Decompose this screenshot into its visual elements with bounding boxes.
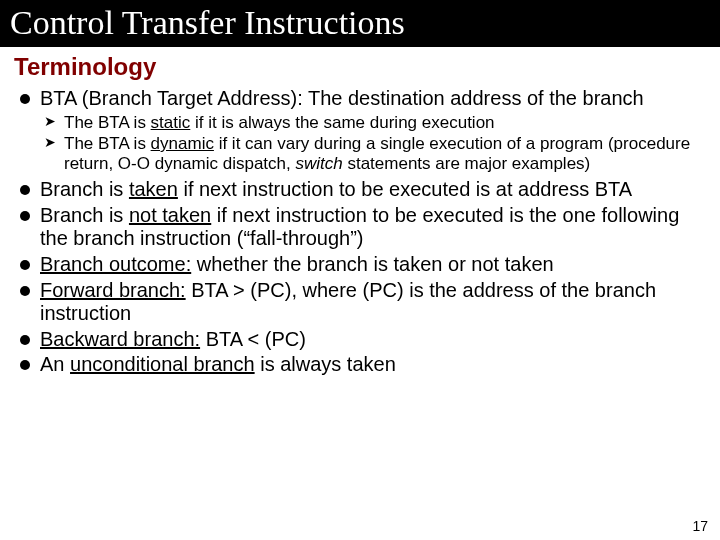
list-item: Branch outcome: whether the branch is ta… (40, 253, 706, 277)
text-segment: if next instruction to be executed is at… (178, 178, 632, 200)
text-segment: is always taken (255, 353, 396, 375)
text-segment: taken (129, 178, 178, 200)
text-segment: not taken (129, 204, 211, 226)
slide-title: Control Transfer Instructions (0, 0, 720, 47)
slide: Control Transfer Instructions Terminolog… (0, 0, 720, 540)
text-segment: The BTA is (64, 113, 151, 132)
text-segment: Branch is (40, 204, 129, 226)
sub-list-item: The BTA is dynamic if it can vary during… (64, 134, 706, 174)
text-segment: BTA < (PC) (200, 328, 306, 350)
list-item: Branch is not taken if next instruction … (40, 204, 706, 251)
list-item: Backward branch: BTA < (PC) (40, 328, 706, 352)
text-segment: The BTA is (64, 134, 151, 153)
bullet-list: BTA (Branch Target Address): The destina… (14, 87, 706, 376)
text-segment: statements are major examples) (343, 154, 591, 173)
text-segment: unconditional branch (70, 353, 255, 375)
list-item: Forward branch: BTA > (PC), where (PC) i… (40, 279, 706, 326)
text-segment: switch (295, 154, 342, 173)
slide-body: Terminology BTA (Branch Target Address):… (0, 47, 720, 376)
text-segment: An (40, 353, 70, 375)
text-segment: static (151, 113, 191, 132)
list-item: Branch is taken if next instruction to b… (40, 178, 706, 202)
text-segment: dynamic (151, 134, 214, 153)
section-heading: Terminology (14, 53, 706, 81)
text-segment: Forward branch: (40, 279, 186, 301)
sub-list-item: The BTA is static if it is always the sa… (64, 113, 706, 133)
text-segment: Branch is (40, 178, 129, 200)
text-segment: Backward branch: (40, 328, 200, 350)
list-item: BTA (Branch Target Address): The destina… (40, 87, 706, 174)
list-item: An unconditional branch is always taken (40, 353, 706, 377)
text-segment: Branch outcome: (40, 253, 191, 275)
text-segment: BTA (Branch Target Address): The destina… (40, 87, 644, 109)
sub-list: The BTA is static if it is always the sa… (40, 113, 706, 174)
text-segment: whether the branch is taken or not taken (191, 253, 553, 275)
page-number: 17 (692, 518, 708, 534)
text-segment: if it is always the same during executio… (190, 113, 494, 132)
